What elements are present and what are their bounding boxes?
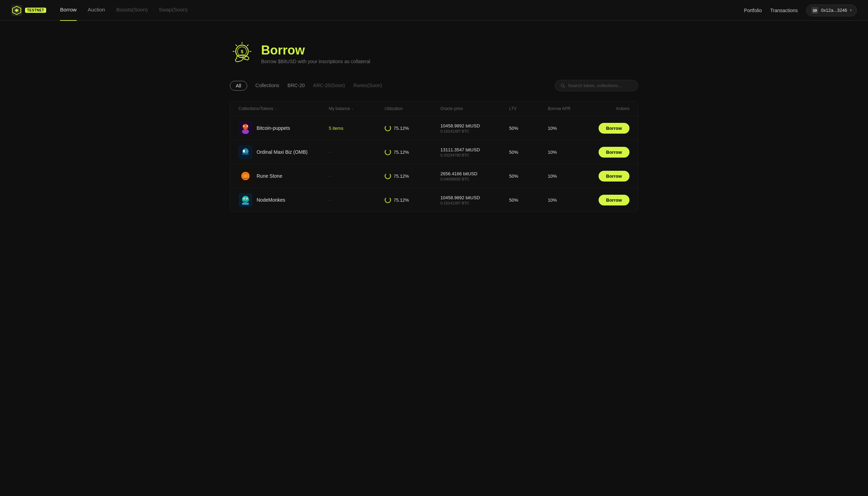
logo-icon [11, 5, 22, 16]
apr-cell-0: 10% [548, 126, 582, 131]
filter-tab-collections[interactable]: Collections [256, 81, 279, 91]
page-icon: $ [230, 42, 254, 66]
page-title-group: Borrow Borrow $BitUSD with your inscript… [261, 43, 370, 64]
oracle-cell-3: 10458.9892 bitUSD 0.16141387 BTC [441, 195, 505, 205]
main-content: $ Borrow Borrow $BitUSD with your inscri… [219, 21, 649, 223]
apr-cell-2: 10% [548, 174, 582, 179]
table-row: Bitcoin-puppets 5 items 75.12% 10458.989… [230, 116, 638, 140]
filter-tabs: All Collections BRC-20 ARC-20(Soon) Rune… [230, 80, 638, 91]
nav-borrow[interactable]: Borrow [60, 7, 77, 14]
borrow-button-1[interactable]: Borrow [599, 147, 630, 158]
utilization-cell-1: 75.12% [385, 149, 436, 155]
collection-cell-3: NodeMonkes [239, 193, 325, 207]
page-title: Borrow [261, 43, 370, 57]
utilization-cell-0: 75.12% [385, 125, 436, 131]
transactions-button[interactable]: Transactions [770, 8, 798, 13]
balance-cell-0: 5 items [329, 126, 381, 131]
chevron-down-icon: ▾ [850, 8, 852, 12]
avatar-omb [239, 145, 252, 159]
balance-cell-3: - [329, 197, 381, 203]
svg-line-11 [236, 45, 237, 46]
logo-area: TESTNET [11, 5, 46, 16]
collection-name-2: Rune Stone [257, 173, 282, 179]
table-row: Ordinal Maxi Biz (OMB) - 75.12% 13111.35… [230, 140, 638, 164]
apr-cell-1: 10% [548, 150, 582, 155]
header-oracle: Oracle price [441, 106, 505, 111]
page-header: $ Borrow Borrow $BitUSD with your inscri… [230, 42, 638, 66]
filter-tab-all[interactable]: All [230, 81, 247, 91]
search-input[interactable] [568, 83, 632, 88]
table-header: Collections/Tokens ↓ My balance ↓ Utiliz… [230, 101, 638, 116]
ltv-cell-2: 50% [509, 174, 544, 179]
page-subtitle: Borrow $BitUSD with your inscriptions as… [261, 59, 370, 64]
table-row: NodeMonkes - 75.12% 10458.9892 bitUSD 0.… [230, 188, 638, 212]
utilization-cell-3: 75.12% [385, 197, 436, 203]
oracle-cell-2: 2656.4166 bitUSD 0.04099655 BTC [441, 171, 505, 181]
svg-rect-38 [242, 203, 249, 205]
header-apr: Borrow APR [548, 106, 582, 111]
apr-cell-3: 10% [548, 197, 582, 203]
svg-line-17 [564, 86, 565, 87]
svg-point-31 [244, 174, 247, 178]
utilization-cell-2: 75.12% [385, 173, 436, 179]
svg-rect-26 [246, 150, 248, 152]
sort-icon-balance: ↓ [351, 107, 353, 111]
collection-cell-2: Rune Stone [239, 169, 325, 183]
navbar: TESTNET Borrow Auction Boosts(Soon) Swap… [0, 0, 868, 21]
wallet-address: 0x12a...3246 [821, 8, 847, 13]
collection-cell-0: Bitcoin-puppets [239, 121, 325, 135]
svg-rect-5 [816, 10, 817, 11]
filter-tab-brc20[interactable]: BRC-20 [287, 81, 305, 91]
collection-name-3: NodeMonkes [257, 197, 285, 203]
wallet-button[interactable]: 0x12a...3246 ▾ [806, 5, 857, 16]
testnet-badge: TESTNET [25, 8, 46, 13]
loading-circle-3 [385, 197, 391, 203]
svg-point-37 [247, 198, 247, 199]
avatar-bitcoin-puppets [239, 121, 252, 135]
nav-right: Portfolio Transactions 0x12a...3246 ▾ [744, 5, 857, 16]
svg-rect-27 [242, 153, 249, 155]
svg-line-10 [247, 45, 248, 46]
collection-cell-1: Ordinal Maxi Biz (OMB) [239, 145, 325, 159]
balance-cell-1: - [329, 150, 381, 155]
ltv-cell-0: 50% [509, 126, 544, 131]
svg-point-36 [244, 198, 244, 199]
loading-circle-1 [385, 149, 391, 155]
header-utilization: Utilization [385, 106, 436, 111]
header-balance: My balance ↓ [329, 106, 381, 111]
avatar-nodemonkes [239, 193, 252, 207]
avatar-rune-stone [239, 169, 252, 183]
borrow-icon: $ [230, 42, 254, 66]
svg-line-15 [245, 56, 245, 59]
search-icon [561, 83, 565, 88]
ltv-cell-1: 50% [509, 150, 544, 155]
borrow-button-2[interactable]: Borrow [599, 171, 630, 182]
nav-swap: Swap(Soon) [159, 7, 188, 14]
table-row: Rune Stone - 75.12% 2656.4166 bitUSD 0.0… [230, 164, 638, 188]
loading-circle-0 [385, 125, 391, 131]
ltv-cell-3: 50% [509, 197, 544, 203]
header-collections: Collections/Tokens ↓ [239, 106, 325, 111]
collection-name-1: Ordinal Maxi Biz (OMB) [257, 149, 308, 155]
svg-rect-25 [243, 150, 245, 152]
portfolio-button[interactable]: Portfolio [744, 8, 762, 13]
borrow-button-0[interactable]: Borrow [599, 123, 630, 134]
collection-name-0: Bitcoin-puppets [257, 125, 290, 131]
oracle-cell-0: 10458.9892 bitUSD 0.16141387 BTC [441, 123, 505, 133]
filter-tab-arc20: ARC-20(Soon) [313, 81, 345, 91]
sort-icon-collections: ↓ [275, 107, 276, 111]
nav-boosts: Boosts(Soon) [116, 7, 148, 14]
borrow-button-3[interactable]: Borrow [599, 195, 630, 205]
filter-tab-runes: Runes(Soon) [353, 81, 382, 91]
balance-cell-2: - [329, 174, 381, 179]
nav-links: Borrow Auction Boosts(Soon) Swap(Soon) [60, 7, 744, 14]
oracle-cell-1: 13111.3547 bitUSD 0.20234790 BTC [441, 147, 505, 157]
wallet-icon [811, 7, 818, 14]
table-container: Collections/Tokens ↓ My balance ↓ Utiliz… [230, 101, 638, 212]
header-ltv: LTV [509, 106, 544, 111]
header-actions: Actions [616, 106, 629, 111]
search-box[interactable] [555, 80, 638, 91]
nav-auction[interactable]: Auction [88, 7, 105, 14]
svg-text:$: $ [241, 49, 243, 54]
svg-point-22 [242, 129, 249, 134]
